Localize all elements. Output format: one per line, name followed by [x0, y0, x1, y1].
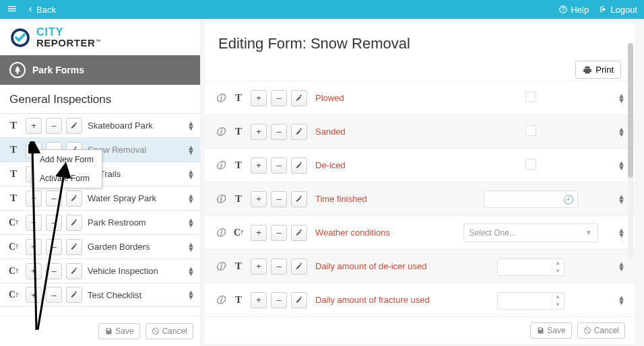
edit-button[interactable]: [66, 263, 82, 279]
context-menu-item[interactable]: Activate Form: [32, 169, 102, 188]
reorder-handle[interactable]: ▲▼: [187, 121, 195, 131]
remove-button[interactable]: –: [271, 124, 287, 140]
info-icon[interactable]: ⓘ: [214, 126, 226, 138]
add-button[interactable]: +: [251, 191, 267, 207]
form-row[interactable]: C? + – Garden Borders ▲▼: [0, 234, 200, 258]
chevron-down-icon: ▼: [585, 229, 592, 236]
remove-button[interactable]: –: [46, 287, 62, 303]
add-button[interactable]: +: [26, 239, 42, 255]
category-bar[interactable]: Park Forms: [0, 55, 200, 85]
add-button[interactable]: +: [26, 263, 42, 279]
add-button[interactable]: +: [251, 225, 267, 241]
add-button[interactable]: +: [26, 215, 42, 231]
context-menu-item[interactable]: Add New Form: [32, 150, 102, 169]
remove-button[interactable]: –: [46, 118, 62, 134]
print-label: Print: [595, 65, 614, 75]
reorder-handle[interactable]: ▲▼: [618, 262, 625, 271]
edit-button[interactable]: [291, 191, 307, 207]
info-icon[interactable]: ⓘ: [214, 294, 226, 306]
reorder-handle[interactable]: ▲▼: [187, 194, 195, 203]
form-row[interactable]: T + – Skateboard Park ▲▼: [0, 113, 200, 137]
checkbox-input[interactable]: [525, 159, 536, 170]
editor-save-button[interactable]: Save: [530, 322, 571, 339]
number-stepper[interactable]: ▲▼: [497, 292, 565, 310]
reorder-handle[interactable]: ▲▼: [618, 228, 625, 238]
remove-button[interactable]: –: [271, 90, 287, 106]
form-row[interactable]: C? + – Park Restroom ▲▼: [0, 210, 200, 234]
step-up-icon[interactable]: ▲: [552, 259, 564, 267]
remove-button[interactable]: –: [271, 258, 287, 275]
checkbox-input[interactable]: [525, 92, 536, 102]
edit-button[interactable]: [66, 118, 82, 134]
logout-link[interactable]: Logout: [598, 5, 637, 15]
edit-button[interactable]: [291, 90, 307, 106]
scrollbar[interactable]: [628, 43, 633, 258]
reorder-handle[interactable]: ▲▼: [187, 290, 195, 300]
add-button[interactable]: +: [251, 158, 267, 174]
info-icon[interactable]: ⓘ: [214, 227, 226, 239]
field-label: Daily amount of fracture used: [315, 295, 450, 305]
reorder-handle[interactable]: ▲▼: [187, 218, 195, 228]
reorder-handle[interactable]: ▲▼: [618, 161, 625, 170]
reorder-handle[interactable]: ▲▼: [187, 145, 195, 155]
edit-button[interactable]: [291, 158, 307, 174]
info-icon[interactable]: ⓘ: [214, 261, 226, 273]
add-button[interactable]: +: [26, 287, 42, 303]
editor-cancel-button[interactable]: Cancel: [577, 322, 625, 339]
edit-button[interactable]: [291, 258, 307, 275]
field-label: Time finished: [315, 194, 450, 204]
back-label: Back: [36, 5, 56, 15]
remove-button[interactable]: –: [46, 215, 62, 231]
reorder-handle[interactable]: ▲▼: [618, 94, 625, 103]
form-row[interactable]: C? + – Vehicle Inspection ▲▼: [0, 258, 200, 283]
reorder-handle[interactable]: ▲▼: [187, 242, 195, 252]
edit-button[interactable]: [66, 191, 82, 207]
remove-button[interactable]: –: [271, 191, 287, 207]
edit-button[interactable]: [66, 287, 82, 303]
step-down-icon[interactable]: ▼: [552, 267, 564, 275]
add-button[interactable]: +: [26, 191, 42, 207]
brand-line1: CITY: [36, 26, 63, 38]
add-button[interactable]: +: [26, 118, 42, 134]
cancel-button[interactable]: Cancel: [146, 323, 193, 339]
remove-button[interactable]: –: [46, 239, 62, 255]
edit-button[interactable]: [66, 215, 82, 231]
info-icon[interactable]: ⓘ: [214, 92, 226, 104]
save-button[interactable]: Save: [98, 323, 139, 339]
step-down-icon[interactable]: ▼: [552, 301, 564, 309]
remove-button[interactable]: –: [271, 225, 287, 241]
number-stepper[interactable]: ▲▼: [497, 258, 565, 276]
field-row: ⓘ T + – Daily amount of fracture used ▲▼…: [205, 283, 635, 316]
select-input[interactable]: Select One...▼: [463, 223, 598, 242]
remove-button[interactable]: –: [46, 263, 62, 279]
reorder-handle[interactable]: ▲▼: [187, 170, 195, 179]
reorder-handle[interactable]: ▲▼: [618, 195, 625, 204]
step-up-icon[interactable]: ▲: [552, 293, 564, 301]
checkbox-input[interactable]: [525, 125, 536, 136]
form-row[interactable]: C? + – Test Checklist ▲▼: [0, 283, 200, 307]
add-button[interactable]: +: [251, 258, 267, 275]
back-link[interactable]: Back: [27, 5, 56, 15]
form-row[interactable]: T + – Water Spray Park ▲▼: [0, 186, 200, 210]
edit-button[interactable]: [66, 239, 82, 255]
reorder-handle[interactable]: ▲▼: [187, 267, 195, 276]
remove-button[interactable]: –: [271, 158, 287, 174]
edit-button[interactable]: [291, 292, 307, 308]
info-icon[interactable]: ⓘ: [214, 160, 226, 172]
menu-icon[interactable]: [7, 3, 18, 16]
remove-button[interactable]: –: [46, 191, 62, 207]
print-button[interactable]: Print: [575, 61, 621, 79]
help-link[interactable]: Help: [558, 5, 589, 15]
reorder-handle[interactable]: ▲▼: [618, 127, 625, 137]
edit-button[interactable]: [291, 225, 307, 241]
field-control: 🕘: [484, 191, 578, 208]
info-icon[interactable]: ⓘ: [214, 193, 226, 205]
edit-button[interactable]: [291, 124, 307, 140]
field-tools: ⓘ T + –: [214, 90, 307, 106]
add-button[interactable]: +: [251, 292, 267, 308]
add-button[interactable]: +: [251, 90, 267, 106]
add-button[interactable]: +: [251, 124, 267, 140]
remove-button[interactable]: –: [271, 292, 287, 308]
reorder-handle[interactable]: ▲▼: [618, 296, 625, 305]
field-tools: ⓘ T + –: [214, 158, 307, 174]
